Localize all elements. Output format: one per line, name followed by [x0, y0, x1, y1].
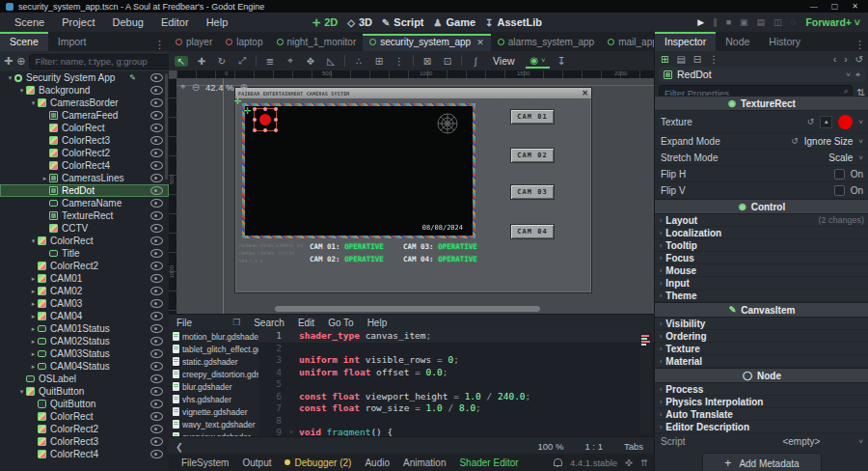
- tree-node-camerasborder[interactable]: ▾CamerasBorder: [0, 97, 169, 109]
- game-cam-button-3[interactable]: CAM 03: [510, 184, 555, 200]
- file-item[interactable]: static.gdshader: [169, 355, 258, 368]
- visibility-eye-icon[interactable]: [150, 174, 163, 182]
- revert-icon[interactable]: ↺: [791, 136, 799, 146]
- file-item[interactable]: tablet_glitch_effect.gd...: [169, 343, 258, 355]
- group-tool-icon[interactable]: ⊡: [441, 56, 454, 67]
- tree-node-cam03[interactable]: ▸CAM03: [0, 297, 169, 310]
- expand-panel-icon[interactable]: ⇈: [640, 457, 648, 468]
- onion-skinning-icon[interactable]: ↧: [556, 55, 565, 68]
- scene-tab-laptop[interactable]: laptop: [219, 34, 269, 51]
- property-group-layout[interactable]: ›Layout(2 changes): [655, 214, 868, 227]
- expander-icon[interactable]: ▸: [29, 275, 38, 283]
- expander-icon[interactable]: ▸: [29, 363, 38, 371]
- visibility-eye-icon[interactable]: [150, 349, 163, 358]
- property-group-physics-interpolation[interactable]: ›Physics Interpolation: [655, 396, 868, 408]
- scene-tab-night_1_monitor[interactable]: night_1_monitor: [270, 34, 364, 51]
- visibility-eye-icon[interactable]: [150, 362, 163, 371]
- instantiate-scene-icon[interactable]: ⊕: [16, 55, 25, 68]
- property-group-editor-description[interactable]: ›Editor Description: [655, 421, 868, 433]
- selection-handle[interactable]: [274, 118, 278, 122]
- dropdown-value[interactable]: Scale: [828, 152, 853, 163]
- selection-handle[interactable]: [263, 107, 267, 111]
- visibility-eye-icon[interactable]: [150, 186, 163, 195]
- expander-icon[interactable]: ▸: [29, 350, 38, 358]
- chevron-down-icon[interactable]: ˅: [858, 437, 863, 446]
- close-tab-icon[interactable]: ✕: [476, 38, 484, 47]
- attached-script-icon[interactable]: ✎: [129, 73, 136, 82]
- pan-tool-icon[interactable]: ✥: [304, 56, 317, 67]
- chevron-down-icon[interactable]: ˅: [858, 118, 863, 126]
- tab-node[interactable]: Node: [716, 33, 759, 51]
- tree-node-cameraslines[interactable]: ▸CamerasLines: [0, 172, 169, 184]
- bottom-tab-filesystem[interactable]: FileSystem: [175, 457, 235, 468]
- script-menu-search[interactable]: Search: [254, 318, 285, 328]
- tab-history[interactable]: History: [759, 33, 810, 51]
- property-group-auto-translate[interactable]: ›Auto Translate: [655, 408, 868, 421]
- viewport-hscrollbar[interactable]: [275, 306, 540, 312]
- tree-node-cam02status[interactable]: ▸CAM02Status: [0, 335, 169, 347]
- visibility-eye-icon[interactable]: [150, 111, 163, 120]
- game-cam-button-4[interactable]: CAM 04: [510, 224, 555, 239]
- scene-tab-security_system_app[interactable]: security_system_app✕: [363, 34, 490, 51]
- play-icon[interactable]: ▶: [697, 17, 704, 27]
- game-cam-button-1[interactable]: CAM 01: [510, 109, 555, 125]
- code-line-3[interactable]: 3uniform int visible_rows = 0;: [258, 354, 654, 367]
- toggle-scripts-panel-icon[interactable]: ❮: [169, 441, 190, 452]
- selection-handle[interactable]: [253, 128, 257, 132]
- visibility-eye-icon[interactable]: [150, 374, 163, 383]
- visibility-eye-icon[interactable]: [150, 324, 163, 333]
- file-item[interactable]: wavy_text.gdshader: [169, 418, 258, 430]
- dropdown-value[interactable]: Ignore Size: [804, 136, 854, 147]
- camera-preview-dropdown[interactable]: ◉˅: [526, 54, 551, 69]
- scene-tab-mail_app[interactable]: mail_app: [601, 34, 654, 51]
- tree-node-colorrect2[interactable]: ColorRect2: [0, 423, 169, 435]
- tree-node-title[interactable]: Title: [0, 247, 169, 260]
- expander-icon[interactable]: ▸: [29, 338, 38, 346]
- tree-node-colorrect4[interactable]: ColorRect4: [0, 159, 169, 172]
- snap-menu-tool-icon[interactable]: ⋮: [393, 56, 406, 67]
- tree-node-quitbutton[interactable]: ▾QuitButton: [0, 385, 169, 398]
- tree-node-colorrect[interactable]: ColorRect: [0, 122, 169, 134]
- property-group-material[interactable]: ›Material: [655, 355, 868, 368]
- indent-type[interactable]: Tabs: [613, 441, 654, 452]
- property-group-texture[interactable]: ›Texture: [655, 343, 868, 355]
- visibility-eye-icon[interactable]: [150, 287, 163, 295]
- visibility-eye-icon[interactable]: [150, 387, 163, 396]
- smart-snap-tool-icon[interactable]: ∴: [352, 56, 366, 67]
- checkbox[interactable]: [834, 169, 845, 180]
- script-menu-help[interactable]: Help: [367, 318, 388, 328]
- selection-rect[interactable]: [254, 108, 277, 131]
- tree-node-cam04[interactable]: ▸CAM04: [0, 310, 169, 322]
- tree-node-cam03status[interactable]: ▸CAM03Status: [0, 347, 169, 360]
- visibility-eye-icon[interactable]: [150, 136, 163, 145]
- visibility-eye-icon[interactable]: [150, 73, 163, 82]
- editor-zoom[interactable]: 100 %: [527, 441, 574, 452]
- property-group-tooltip[interactable]: ›Tooltip: [655, 239, 868, 252]
- movie-maker-icon[interactable]: ◫: [773, 17, 782, 27]
- selection-handle[interactable]: [263, 128, 267, 132]
- history-icon[interactable]: ↺: [855, 54, 863, 65]
- tree-node-security-system-app[interactable]: ▾Security System App✎: [0, 71, 169, 84]
- visibility-eye-icon[interactable]: [150, 337, 163, 346]
- visibility-eye-icon[interactable]: [150, 262, 163, 270]
- zoom-percent[interactable]: 42.4 %: [205, 82, 234, 93]
- forward-icon[interactable]: ›: [844, 54, 847, 65]
- grid-snap-tool-icon[interactable]: ⊞: [372, 56, 386, 67]
- pivot-tool-icon[interactable]: ⌖: [284, 55, 297, 67]
- add-metadata-button[interactable]: +Add Metadata: [702, 453, 821, 471]
- visibility-eye-icon[interactable]: [150, 249, 163, 258]
- tree-node-colorrect4[interactable]: ColorRect4: [0, 448, 169, 460]
- visibility-eye-icon[interactable]: [150, 274, 163, 283]
- class-header-node[interactable]: ◯Node: [655, 368, 868, 383]
- pause-icon[interactable]: ∥: [713, 17, 718, 27]
- property-group-focus[interactable]: ›Focus: [655, 252, 868, 264]
- tree-node-camerafeed[interactable]: CameraFeed: [0, 109, 169, 122]
- visibility-eye-icon[interactable]: [150, 124, 163, 132]
- file-item[interactable]: motion_blur.gdshader: [169, 330, 258, 343]
- list-select-tool-icon[interactable]: ≣: [263, 56, 277, 67]
- code-line-4[interactable]: 4uniform float offset = 0.0;: [258, 367, 654, 379]
- mode-script[interactable]: ✎Script: [382, 16, 424, 28]
- bottom-tab-animation[interactable]: Animation: [396, 457, 452, 468]
- expander-icon[interactable]: ▾: [17, 87, 26, 95]
- script-value[interactable]: <empty>: [782, 436, 820, 447]
